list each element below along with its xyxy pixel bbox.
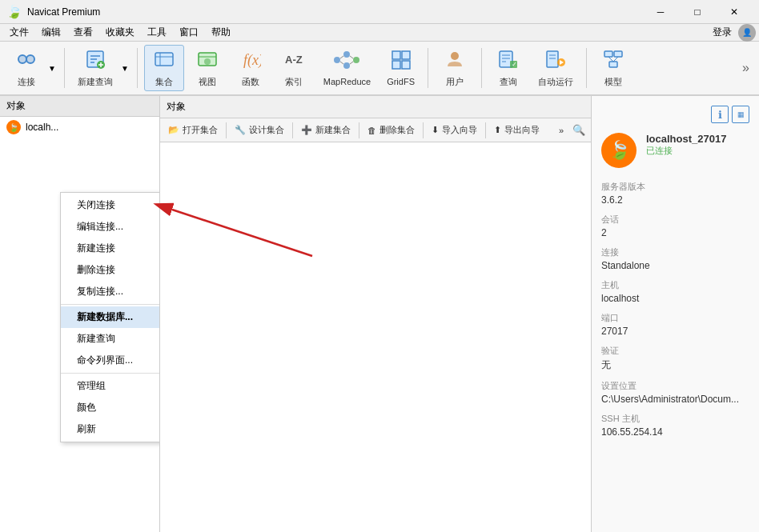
gridfs-button[interactable]: GridFS bbox=[380, 45, 421, 91]
server-name-area: localhost_27017 已连接 bbox=[646, 133, 726, 157]
port-value: 27017 bbox=[601, 326, 749, 337]
user-avatar[interactable]: 👤 bbox=[738, 24, 756, 42]
connect-label: 连接 bbox=[18, 76, 35, 88]
ctx-refresh[interactable]: 刷新 bbox=[61, 418, 160, 440]
delete-collection-button[interactable]: 🗑 删除集合 bbox=[363, 122, 420, 138]
user-button[interactable]: 用户 bbox=[435, 45, 475, 91]
svg-rect-3 bbox=[19, 56, 26, 62]
model-label: 模型 bbox=[604, 76, 622, 88]
toolbar-sep-3 bbox=[428, 48, 428, 88]
view-icon bbox=[197, 49, 218, 74]
svg-point-20 bbox=[334, 57, 340, 63]
info-ssh-host: SSH 主机 106.55.254.14 bbox=[601, 413, 749, 438]
ctx-new-database[interactable]: 新建数据库... bbox=[61, 306, 160, 328]
svg-rect-12 bbox=[155, 53, 173, 66]
mapreduce-button[interactable]: MapReduce bbox=[317, 45, 377, 91]
query-button[interactable]: ✓ 查询 bbox=[488, 45, 528, 91]
ctx-delete-connection[interactable]: 删除连接 bbox=[61, 259, 160, 281]
info-host: 主机 localhost bbox=[601, 279, 749, 304]
app-title: Navicat Premium bbox=[27, 6, 642, 18]
query-icon: ✓ bbox=[498, 49, 519, 74]
connect-dropdown-arrow[interactable]: ▼ bbox=[46, 62, 58, 74]
new-query-dropdown-arrow[interactable]: ▼ bbox=[119, 62, 131, 74]
host-label: 主机 bbox=[601, 279, 749, 291]
menu-bar: 文件 编辑 查看 收藏夹 工具 窗口 帮助 登录 👤 bbox=[0, 24, 759, 42]
import-icon: ⬇ bbox=[432, 125, 439, 135]
minimize-button[interactable]: ─ bbox=[642, 0, 679, 24]
maximize-button[interactable]: □ bbox=[679, 0, 716, 24]
ctx-close-connection[interactable]: 关闭连接 bbox=[61, 194, 160, 216]
toolbar-more-button[interactable]: » bbox=[739, 58, 753, 78]
import-wizard-button[interactable]: ⬇ 导入向导 bbox=[427, 122, 482, 138]
collection-icon bbox=[154, 49, 175, 74]
svg-rect-44 bbox=[604, 51, 612, 57]
menu-login[interactable]: 登录 bbox=[706, 24, 738, 41]
export-wizard-button[interactable]: ⬆ 导出向导 bbox=[489, 122, 544, 138]
center-panel-header: 对象 bbox=[160, 96, 591, 118]
index-button[interactable]: A-Z 索引 bbox=[274, 45, 314, 91]
open-collection-button[interactable]: 📂 打开集合 bbox=[163, 122, 223, 138]
info-port: 端口 27017 bbox=[601, 312, 749, 337]
left-panel-header: 对象 bbox=[0, 96, 159, 117]
location-label: 设置位置 bbox=[601, 380, 749, 392]
menu-tools[interactable]: 工具 bbox=[141, 24, 173, 41]
connection-item[interactable]: 🍃 localh... bbox=[0, 117, 159, 138]
autorun-button[interactable]: 自动运行 bbox=[532, 45, 580, 91]
delete-icon: 🗑 bbox=[367, 126, 376, 135]
ctx-command-line[interactable]: 命令列界面... bbox=[61, 350, 160, 371]
menu-window[interactable]: 窗口 bbox=[173, 24, 205, 41]
function-label: 函数 bbox=[242, 76, 259, 88]
session-value: 2 bbox=[601, 227, 749, 238]
function-button[interactable]: f(x) 函数 bbox=[231, 45, 271, 91]
port-label: 端口 bbox=[601, 312, 749, 324]
view-button[interactable]: 视图 bbox=[187, 45, 227, 91]
center-toolbar: 📂 打开集合 🔧 设计集合 ➕ 新建集合 🗑 删除集合 ⬇ 导入向导 bbox=[160, 118, 591, 142]
menu-help[interactable]: 帮助 bbox=[205, 24, 237, 41]
detail-button[interactable]: ▦ bbox=[732, 106, 749, 123]
close-button[interactable]: ✕ bbox=[716, 0, 753, 24]
search-button[interactable]: 🔍 bbox=[570, 122, 588, 139]
auth-value: 无 bbox=[601, 358, 749, 372]
svg-line-26 bbox=[350, 56, 353, 58]
collection-button[interactable]: 集合 bbox=[144, 45, 184, 91]
mapreduce-label: MapReduce bbox=[323, 77, 371, 86]
export-icon: ⬆ bbox=[494, 125, 501, 135]
title-bar: 🍃 Navicat Premium ─ □ ✕ bbox=[0, 0, 759, 24]
gridfs-icon bbox=[391, 50, 412, 75]
new-query-label: 新建查询 bbox=[78, 76, 113, 88]
menu-file[interactable]: 文件 bbox=[3, 24, 35, 41]
model-button[interactable]: 模型 bbox=[593, 45, 633, 91]
info-button[interactable]: ℹ bbox=[711, 106, 729, 123]
ssh-host-label: SSH 主机 bbox=[601, 413, 749, 425]
svg-line-48 bbox=[613, 57, 618, 62]
design-collection-button[interactable]: 🔧 设计集合 bbox=[230, 122, 289, 138]
ctx-sep-1 bbox=[61, 304, 160, 305]
connect-button[interactable]: 连接 bbox=[6, 45, 46, 91]
center-sep-1 bbox=[226, 122, 227, 138]
svg-line-27 bbox=[350, 62, 353, 64]
left-panel: 对象 🍃 localh... 关闭连接 编辑连接... 新建连接 ▶ 删除连接 … bbox=[0, 96, 160, 532]
ctx-edit-connection[interactable]: 编辑连接... bbox=[61, 216, 160, 238]
svg-text:f(x): f(x) bbox=[243, 52, 261, 69]
new-collection-button[interactable]: ➕ 新建集合 bbox=[296, 122, 355, 138]
center-objects-label: 对象 bbox=[167, 100, 186, 114]
query-label: 查询 bbox=[500, 76, 517, 88]
new-collection-icon: ➕ bbox=[301, 125, 312, 135]
menu-favorites[interactable]: 收藏夹 bbox=[99, 24, 141, 41]
ctx-color[interactable]: 颜色 ▶ bbox=[61, 397, 160, 418]
menu-edit[interactable]: 编辑 bbox=[35, 24, 67, 41]
design-icon: 🔧 bbox=[235, 125, 246, 135]
svg-rect-31 bbox=[402, 61, 410, 69]
more-toolbar-button[interactable]: » bbox=[554, 123, 568, 138]
ctx-new-query[interactable]: 新建查询 bbox=[61, 328, 160, 350]
new-query-button[interactable]: 新建查询 bbox=[71, 45, 119, 91]
ctx-manage-group[interactable]: 管理组 ▶ bbox=[61, 375, 160, 397]
autorun-label: 自动运行 bbox=[538, 76, 573, 88]
ctx-new-connection[interactable]: 新建连接 ▶ bbox=[61, 238, 160, 259]
center-sep-2 bbox=[292, 122, 293, 138]
ctx-copy-connection[interactable]: 复制连接... bbox=[61, 281, 160, 302]
svg-line-47 bbox=[608, 57, 613, 62]
server-status: 已连接 bbox=[646, 145, 726, 157]
svg-point-23 bbox=[353, 57, 359, 63]
menu-view[interactable]: 查看 bbox=[67, 24, 99, 41]
